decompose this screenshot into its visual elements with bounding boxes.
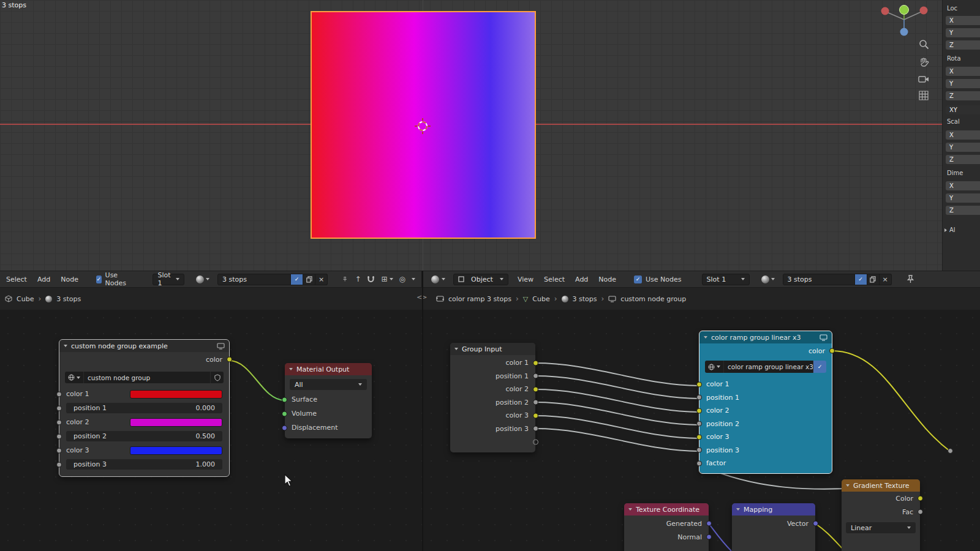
- surface-input-socket[interactable]: [282, 397, 287, 402]
- menu-select[interactable]: Select: [5, 276, 28, 283]
- color3-input-socket[interactable]: [696, 434, 702, 440]
- node-custom-group-example[interactable]: custom node group example color custom n…: [59, 340, 229, 476]
- browse-group-dropdown[interactable]: [705, 361, 723, 373]
- color1-input-socket[interactable]: [56, 391, 62, 397]
- pin-icon[interactable]: [907, 275, 914, 283]
- factor-input-socket[interactable]: [696, 460, 702, 466]
- dim-x-field[interactable]: X: [946, 181, 980, 190]
- copy-material-button[interactable]: [303, 274, 315, 285]
- group-name-field[interactable]: color ramp group linear x3: [723, 361, 813, 373]
- scale-z-field[interactable]: Z: [946, 155, 980, 164]
- group-name-field[interactable]: custom node group: [83, 372, 210, 383]
- editor-type-dropdown[interactable]: [431, 276, 445, 283]
- slot-dropdown[interactable]: Slot 1: [702, 274, 750, 285]
- use-nodes-toggle[interactable]: ✓ Use Nodes: [96, 271, 129, 287]
- navigation-gizmo[interactable]: [877, 2, 932, 40]
- collapse-chevron-icon[interactable]: [628, 508, 632, 511]
- color2-swatch[interactable]: [130, 418, 222, 427]
- vector-output-socket[interactable]: [813, 521, 818, 527]
- copy-material-button[interactable]: [867, 274, 880, 285]
- target-dropdown[interactable]: All: [290, 379, 367, 390]
- scale-x-field[interactable]: X: [946, 130, 980, 140]
- unlink-material-button[interactable]: ×: [315, 274, 328, 285]
- generated-output-socket[interactable]: [706, 521, 712, 527]
- collapse-chevron-icon[interactable]: [704, 336, 707, 339]
- position2-output-socket[interactable]: [533, 400, 538, 405]
- node-header[interactable]: color ramp group linear x3: [699, 331, 832, 343]
- area-divider[interactable]: [422, 271, 423, 551]
- fake-user-toggle[interactable]: ✓: [855, 274, 867, 285]
- camera-view-icon[interactable]: [918, 75, 929, 83]
- snap-target-dropdown[interactable]: ⊞: [381, 275, 393, 283]
- dim-z-field[interactable]: Z: [946, 206, 980, 215]
- node-header[interactable]: Mapping: [732, 503, 815, 515]
- node-mapping[interactable]: Mapping Vector: [732, 503, 815, 551]
- color2-input-socket[interactable]: [696, 408, 702, 413]
- rot-y-field[interactable]: Y: [946, 79, 980, 88]
- position2-input-socket[interactable]: [56, 433, 62, 439]
- volume-input-socket[interactable]: [282, 411, 287, 416]
- node-material-output[interactable]: Material Output All Surface Volume Displ…: [285, 363, 372, 438]
- insert-into-parent-icon[interactable]: ↑: [355, 275, 361, 283]
- unlink-material-button[interactable]: ×: [880, 274, 892, 285]
- move-view-hand-icon[interactable]: [919, 57, 929, 67]
- node-color-ramp-group[interactable]: color ramp group linear x3 color color r…: [699, 331, 832, 473]
- collapse-chevron-icon[interactable]: [289, 368, 293, 370]
- color2-input-socket[interactable]: [56, 419, 62, 425]
- rot-z-field[interactable]: Z: [946, 91, 980, 100]
- fac-output-socket[interactable]: [918, 509, 923, 515]
- menu-select[interactable]: Select: [543, 276, 566, 283]
- browse-group-dropdown[interactable]: [65, 372, 83, 383]
- color1-swatch[interactable]: [130, 390, 222, 399]
- collapse-chevron-icon[interactable]: [846, 484, 850, 487]
- material-browse-dropdown[interactable]: [761, 276, 775, 283]
- node-header[interactable]: Material Output: [285, 363, 372, 375]
- position1-slider[interactable]: position 1 0.000: [66, 403, 222, 413]
- pin-icon[interactable]: [343, 275, 347, 283]
- node-gradient-texture[interactable]: Gradient Texture Color Fac Linear: [842, 479, 920, 551]
- collapse-chevron-icon[interactable]: [64, 345, 67, 347]
- loc-z-field[interactable]: Z: [946, 40, 980, 50]
- 3d-viewport[interactable]: 3 stops: [0, 0, 980, 271]
- normal-output-socket[interactable]: [706, 534, 712, 540]
- chevron-down-icon[interactable]: [412, 278, 415, 280]
- color3-output-socket[interactable]: [533, 413, 538, 418]
- position2-input-socket[interactable]: [696, 421, 702, 427]
- node-header[interactable]: Gradient Texture: [842, 479, 920, 492]
- position2-slider[interactable]: position 2 0.500: [66, 431, 222, 441]
- position3-input-socket[interactable]: [56, 462, 62, 467]
- fake-user-toggle[interactable]: ✓: [291, 274, 303, 285]
- position1-input-socket[interactable]: [696, 395, 702, 400]
- menu-add[interactable]: Add: [574, 276, 589, 283]
- color-output-socket[interactable]: [829, 348, 835, 354]
- node-group-input[interactable]: Group Input color 1 position 1 color 2 p…: [450, 343, 535, 452]
- collapsed-panel[interactable]: Al: [944, 227, 956, 233]
- fake-user-shield-button[interactable]: ✓: [813, 361, 826, 373]
- slot-dropdown[interactable]: Slot 1: [153, 274, 184, 285]
- rot-x-field[interactable]: X: [946, 67, 980, 76]
- dim-y-field[interactable]: Y: [946, 193, 980, 203]
- material-name-field[interactable]: 3 stops: [217, 274, 291, 285]
- loc-y-field[interactable]: Y: [946, 28, 980, 37]
- rotation-mode-dropdown[interactable]: XY: [946, 105, 980, 114]
- loc-x-field[interactable]: X: [946, 16, 980, 25]
- collapse-chevron-icon[interactable]: [736, 508, 740, 511]
- zoom-icon[interactable]: [919, 39, 929, 50]
- position3-output-socket[interactable]: [533, 426, 538, 432]
- virtual-output-socket[interactable]: [533, 439, 538, 444]
- color3-swatch[interactable]: [130, 446, 222, 455]
- position1-output-socket[interactable]: [533, 373, 538, 379]
- node-texture-coordinate[interactable]: Texture Coordinate Generated Normal: [624, 503, 709, 551]
- color2-output-socket[interactable]: [533, 386, 538, 392]
- fake-user-shield-button[interactable]: [210, 372, 224, 383]
- color3-input-socket[interactable]: [56, 448, 62, 453]
- overlays-toggle-icon[interactable]: ◎: [399, 275, 405, 283]
- menu-view[interactable]: View: [516, 276, 535, 283]
- ortho-grid-icon[interactable]: [919, 91, 929, 100]
- position3-input-socket[interactable]: [696, 448, 702, 453]
- menu-node[interactable]: Node: [59, 276, 80, 283]
- color1-input-socket[interactable]: [696, 381, 702, 387]
- position3-slider[interactable]: position 3 1.000: [66, 459, 222, 470]
- color1-output-socket[interactable]: [533, 360, 538, 365]
- node-header[interactable]: Group Input: [450, 343, 535, 355]
